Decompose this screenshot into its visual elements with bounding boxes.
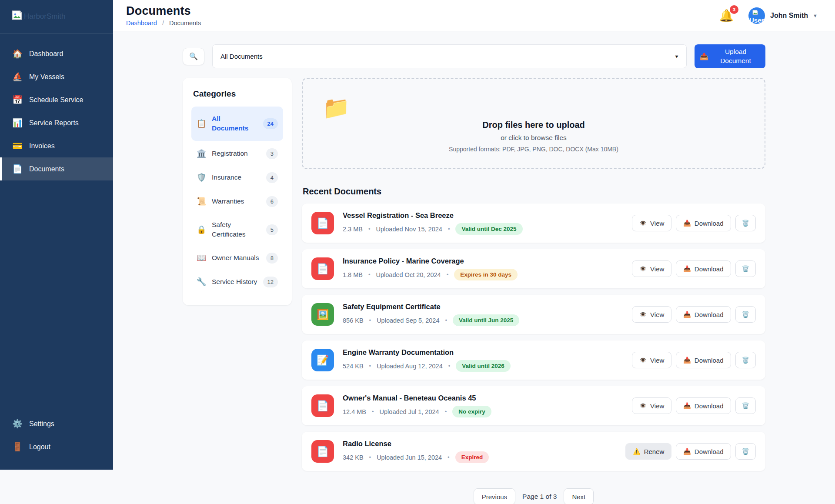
sidebar-item-label: Invoices bbox=[29, 142, 55, 150]
status-badge: No expiry bbox=[452, 406, 491, 417]
category-all-documents[interactable]: 📋 All Documents 24 bbox=[191, 107, 283, 141]
download-button[interactable]: 📥 Download bbox=[676, 306, 731, 323]
file-icon: 📄 bbox=[311, 394, 334, 417]
trash-icon: 🗑️ bbox=[742, 220, 749, 227]
sidebar-nav: 🏠 Dashboard ⛵ My Vessels 📅 Schedule Serv… bbox=[0, 42, 113, 412]
sidebar: HarborSmith 🏠 Dashboard ⛵ My Vessels 📅 S… bbox=[0, 0, 113, 470]
sidebar-item-my-vessels[interactable]: ⛵ My Vessels bbox=[0, 65, 113, 88]
category-registration[interactable]: 🏛️ Registration 3 bbox=[191, 143, 283, 165]
classical-building-icon: 🏛️ bbox=[197, 149, 206, 158]
search-button[interactable]: 🔍 bbox=[183, 48, 204, 65]
document-size: 342 KB bbox=[343, 454, 364, 461]
download-button[interactable]: 📥 Download bbox=[676, 397, 731, 414]
brand-logo[interactable]: HarborSmith bbox=[0, 0, 113, 33]
category-insurance[interactable]: 🛡️ Insurance 4 bbox=[191, 167, 283, 189]
trash-icon: 🗑️ bbox=[742, 357, 749, 364]
door-icon: 🚪 bbox=[12, 442, 23, 452]
download-button[interactable]: 📥 Download bbox=[676, 443, 731, 460]
category-count-badge: 4 bbox=[266, 172, 278, 183]
avatar[interactable]: User bbox=[748, 7, 765, 24]
breadcrumb-dashboard-link[interactable]: Dashboard bbox=[126, 20, 157, 27]
eye-icon: 👁️ bbox=[639, 311, 647, 318]
category-label: Owner Manuals bbox=[212, 253, 261, 263]
document-row-owners-manual: 📄 Owner's Manual - Beneteau Oceanis 45 1… bbox=[302, 386, 765, 425]
broken-image-icon bbox=[752, 10, 758, 15]
sidebar-item-service-reports[interactable]: 📊 Service Reports bbox=[0, 111, 113, 134]
category-service-history[interactable]: 🔧 Service History 12 bbox=[191, 271, 283, 293]
document-meta: 12.4 MB • Uploaded Jul 1, 2024 • No expi… bbox=[343, 406, 623, 417]
download-icon: 📥 bbox=[683, 402, 691, 409]
documents-filter-select[interactable]: All Documents bbox=[212, 44, 687, 68]
page-header: Documents Dashboard / Documents 🔔 3 User… bbox=[113, 0, 835, 31]
notification-count-badge: 3 bbox=[730, 5, 738, 14]
upload-document-button[interactable]: 📤 Upload Document bbox=[695, 44, 765, 68]
next-page-button[interactable]: Next bbox=[564, 488, 594, 504]
delete-button[interactable]: 🗑️ bbox=[735, 260, 756, 277]
sidebar-item-logout[interactable]: 🚪 Logout bbox=[0, 435, 113, 458]
sidebar-item-label: Dashboard bbox=[29, 50, 63, 58]
document-meta: 1.8 MB • Uploaded Oct 20, 2024 • Expires… bbox=[343, 269, 623, 280]
scroll-icon: 📜 bbox=[197, 197, 206, 206]
header-title-block: Documents Dashboard / Documents bbox=[126, 4, 201, 27]
document-uploaded: Uploaded Aug 12, 2024 bbox=[377, 363, 443, 370]
download-button[interactable]: 📥 Download bbox=[676, 260, 731, 277]
sidebar-item-label: Documents bbox=[29, 165, 64, 173]
avatar-alt-text: User bbox=[749, 17, 764, 24]
sidebar-footer: ⚙️ Settings 🚪 Logout bbox=[0, 412, 113, 470]
view-button[interactable]: 👁️ View bbox=[632, 215, 672, 231]
upload-button-label: Upload Document bbox=[711, 47, 760, 65]
calendar-icon: 📅 bbox=[12, 95, 23, 105]
view-button[interactable]: 👁️ View bbox=[632, 260, 672, 277]
document-uploaded: Uploaded Jun 15, 2024 bbox=[377, 454, 442, 461]
upload-icon: 📤 bbox=[700, 52, 708, 60]
sidebar-item-invoices[interactable]: 💳 Invoices bbox=[0, 134, 113, 157]
pagination: Previous Page 1 of 3 Next bbox=[302, 488, 765, 504]
chevron-down-icon[interactable]: ▼ bbox=[813, 13, 818, 18]
view-button[interactable]: 👁️ View bbox=[632, 397, 672, 414]
category-count-badge: 6 bbox=[266, 196, 278, 207]
sailboat-icon: ⛵ bbox=[12, 72, 23, 82]
bullet-separator: • bbox=[448, 454, 450, 461]
renew-button[interactable]: ⚠️ Renew bbox=[625, 443, 671, 460]
dropzone-subtitle: or click to browse files bbox=[323, 134, 745, 142]
delete-button[interactable]: 🗑️ bbox=[735, 352, 756, 368]
delete-button[interactable]: 🗑️ bbox=[735, 397, 756, 414]
category-warranties[interactable]: 📜 Warranties 6 bbox=[191, 190, 283, 213]
delete-button[interactable]: 🗑️ bbox=[735, 443, 756, 460]
document-row-engine-warranty: 📝 Engine Warranty Documentation 524 KB •… bbox=[302, 340, 765, 380]
view-button[interactable]: 👁️ View bbox=[632, 306, 672, 323]
document-meta: 342 KB • Uploaded Jun 15, 2024 • Expired bbox=[343, 451, 617, 463]
eye-icon: 👁️ bbox=[639, 402, 647, 409]
eye-icon: 👁️ bbox=[639, 265, 647, 272]
document-meta: 2.3 MB • Uploaded Nov 15, 2024 • Valid u… bbox=[343, 223, 623, 235]
download-button[interactable]: 📥 Download bbox=[676, 352, 731, 368]
document-title: Owner's Manual - Beneteau Oceanis 45 bbox=[343, 394, 623, 402]
page-title: Documents bbox=[126, 4, 201, 18]
category-label: Safety Certificates bbox=[212, 220, 261, 240]
documents-column: 📁 Drop files here to upload or click to … bbox=[302, 78, 765, 504]
category-safety-certificates[interactable]: 🔒 Safety Certificates 5 bbox=[191, 214, 283, 245]
sidebar-item-settings[interactable]: ⚙️ Settings bbox=[0, 412, 113, 435]
category-label: Registration bbox=[212, 149, 261, 158]
view-button[interactable]: 👁️ View bbox=[632, 352, 672, 368]
toolbar: 🔍 All Documents ▼ 📤 Upload Document bbox=[183, 44, 765, 68]
bullet-separator: • bbox=[445, 317, 447, 324]
sidebar-item-documents[interactable]: 📄 Documents bbox=[0, 157, 113, 180]
category-count-badge: 12 bbox=[263, 277, 278, 287]
delete-button[interactable]: 🗑️ bbox=[735, 215, 756, 231]
delete-button[interactable]: 🗑️ bbox=[735, 306, 756, 323]
home-icon: 🏠 bbox=[12, 49, 23, 59]
search-icon: 🔍 bbox=[189, 52, 198, 60]
sidebar-item-schedule-service[interactable]: 📅 Schedule Service bbox=[0, 88, 113, 111]
download-button[interactable]: 📥 Download bbox=[676, 215, 731, 231]
document-title: Vessel Registration - Sea Breeze bbox=[343, 211, 623, 220]
category-owner-manuals[interactable]: 📖 Owner Manuals 8 bbox=[191, 247, 283, 269]
bullet-separator: • bbox=[372, 408, 374, 415]
file-icon: 📄 bbox=[311, 440, 334, 463]
notifications-button[interactable]: 🔔 3 bbox=[719, 9, 734, 23]
sidebar-item-dashboard[interactable]: 🏠 Dashboard bbox=[0, 42, 113, 65]
bullet-separator: • bbox=[368, 226, 371, 232]
upload-dropzone[interactable]: 📁 Drop files here to upload or click to … bbox=[302, 78, 765, 169]
previous-page-button[interactable]: Previous bbox=[474, 488, 515, 504]
dropzone-hint: Supported formats: PDF, JPG, PNG, DOC, D… bbox=[323, 146, 745, 153]
